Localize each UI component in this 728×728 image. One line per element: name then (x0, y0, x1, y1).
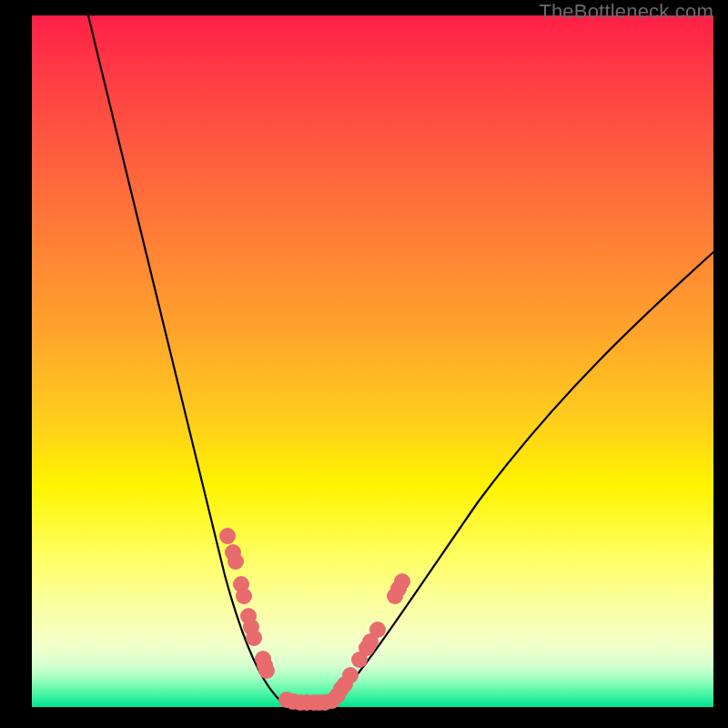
svg-point-26 (369, 622, 386, 638)
svg-point-29 (394, 573, 410, 590)
svg-point-22 (342, 667, 359, 683)
svg-point-10 (258, 662, 275, 679)
svg-point-4 (236, 588, 252, 604)
watermark-text: TheBottleneck.com (539, 0, 713, 24)
svg-point-0 (219, 528, 236, 544)
chart-svg (32, 15, 713, 707)
svg-point-2 (228, 553, 244, 570)
bottleneck-curve (88, 15, 713, 706)
scatter-dots (219, 528, 410, 711)
svg-point-7 (246, 630, 262, 646)
plot-area (32, 15, 713, 707)
chart-frame: TheBottleneck.com (0, 0, 728, 728)
